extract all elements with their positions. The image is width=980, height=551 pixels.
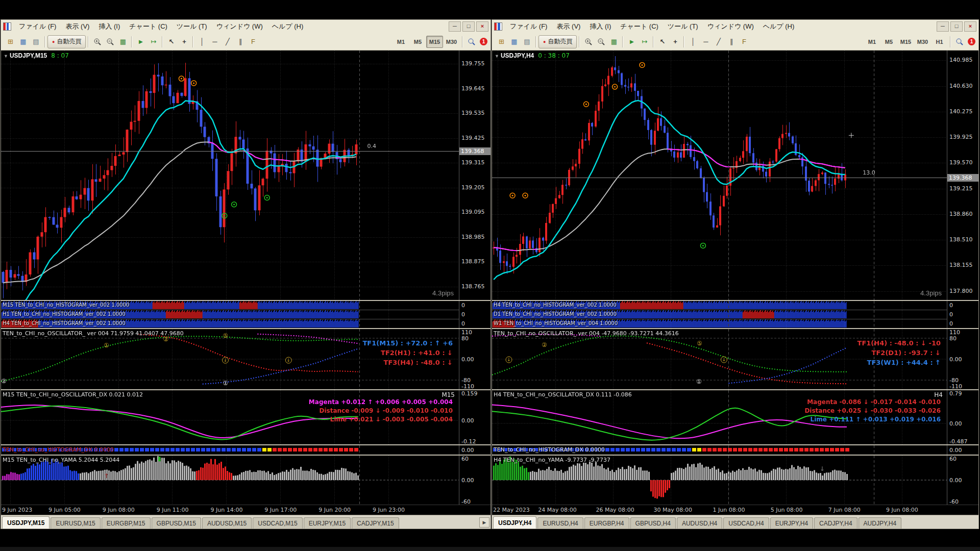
oscillator-panel[interactable]: 110800.00-80-110TEN_to_CHI_no_OSCILLATOR… xyxy=(492,329,978,389)
tab-gbpusd-m15[interactable]: GBPUSD,M15 xyxy=(152,517,201,529)
oscillator-panel-price-scale[interactable]: 110800.00-80-110 xyxy=(947,329,978,389)
menu-help[interactable]: ヘルプ (H) xyxy=(267,20,308,33)
tab-cadjpy-m15[interactable]: CADJPY,M15 xyxy=(352,517,399,529)
histogram-rows-price-scale[interactable]: 000 xyxy=(947,301,978,328)
histogram-rows[interactable]: 000M15 TEN_to_CHI_no_HISTOGRAM_ver_002 1… xyxy=(1,301,491,328)
tab-usdjpy-h4[interactable]: USDJPY,H4 xyxy=(493,516,536,529)
main-chart-price-scale[interactable]: 140.985140.630140.275139.925139.570139.2… xyxy=(947,51,978,300)
trendline-icon[interactable]: ╱ xyxy=(221,36,234,48)
equidistant-channel-icon[interactable]: ∥ xyxy=(725,36,738,48)
notification-badge[interactable]: 1 xyxy=(968,38,975,45)
menu-view[interactable]: 表示 (V) xyxy=(552,20,585,33)
vertical-line-icon[interactable]: │ xyxy=(195,36,208,48)
tab-eurgbp-m15[interactable]: EURGBP,M15 xyxy=(102,517,151,529)
tab-audjpy-h4[interactable]: AUDJPY,H4 xyxy=(859,517,901,529)
new-chart-icon[interactable]: ⊞ xyxy=(495,36,508,48)
search-icon[interactable] xyxy=(465,36,478,48)
time-axis[interactable]: 22 May 202324 May 08:0026 May 08:0030 Ma… xyxy=(492,505,978,515)
histogram-dx-strip-price-scale[interactable]: 0.00 xyxy=(947,445,978,455)
timeframe-m5-button[interactable]: M5 xyxy=(880,36,897,48)
yama-panel[interactable]: 600.00-60M15 TEN_to_CHI_no_YAMA 5.2044 5… xyxy=(1,456,491,505)
main-chart-price-scale[interactable]: 139.755139.645139.535139.425139.315139.2… xyxy=(459,51,491,300)
yama-panel-price-scale[interactable]: 600.00-60 xyxy=(459,456,491,505)
histogram-rows-price-scale[interactable]: 000 xyxy=(459,301,491,328)
timeframe-m1-button[interactable]: M1 xyxy=(864,36,880,48)
timeframe-m1-button[interactable]: M1 xyxy=(393,36,409,48)
menu-insert[interactable]: 挿入 (I) xyxy=(94,20,125,33)
tab-eurusd-h4[interactable]: EURUSD,H4 xyxy=(537,517,583,529)
timeframe-m5-button[interactable]: M5 xyxy=(409,36,426,48)
fibonacci-icon[interactable]: F xyxy=(247,36,259,48)
menu-file[interactable]: ファイル (F) xyxy=(14,20,61,33)
oscillator-dx-panel[interactable]: 0.1590.00-0.12M15 TEN_to_CHI_no_OSCILLAT… xyxy=(1,390,491,444)
minimize-button[interactable]: ─ xyxy=(937,21,949,32)
tab-eurjpy-m15[interactable]: EURJPY,M15 xyxy=(304,517,351,529)
tab-gbpusd-h4[interactable]: GBPUSD,H4 xyxy=(630,517,676,529)
oscillator-panel[interactable]: 110800.00-80-110TEN_to_CHI_no_OSCILLATOR… xyxy=(1,329,491,389)
histogram-rows[interactable]: 000H4 TEN_to_CHI_no_HISTOGRAM_ver_002 1.… xyxy=(492,301,978,328)
menu-chart[interactable]: チャート (C) xyxy=(616,20,663,33)
tab-eurgbp-h4[interactable]: EURGBP,H4 xyxy=(584,517,629,529)
time-axis[interactable]: 9 Jun 20239 Jun 05:009 Jun 08:009 Jun 11… xyxy=(1,505,491,515)
vertical-line-icon[interactable]: │ xyxy=(687,36,699,48)
new-chart-icon[interactable]: ⊞ xyxy=(4,36,17,48)
search-icon[interactable] xyxy=(953,36,966,48)
cursor-icon[interactable]: ↖ xyxy=(656,36,669,48)
yama-panel[interactable]: 600.00-60H4 TEN_to_CHI_no_YAMA -9.7737 -… xyxy=(492,456,978,505)
restore-button[interactable]: □ xyxy=(462,21,475,32)
auto-scroll-icon[interactable]: ► xyxy=(134,36,147,48)
zoom-in-icon[interactable] xyxy=(582,36,595,48)
auto-scroll-icon[interactable]: ► xyxy=(625,36,638,48)
auto-trade-button[interactable]: ●自動売買 xyxy=(47,35,86,48)
zoom-out-icon[interactable] xyxy=(104,36,116,48)
timeframe-m15-button[interactable]: M15 xyxy=(897,36,914,48)
chart-shift-icon[interactable]: ↦ xyxy=(638,36,651,48)
main-chart[interactable]: 140.985140.630140.275139.925139.570139.2… xyxy=(492,51,978,300)
minimize-button[interactable]: ─ xyxy=(449,21,461,32)
menu-chart[interactable]: チャート (C) xyxy=(125,20,172,33)
market-watch-icon[interactable]: ▤ xyxy=(521,36,533,48)
tab-scroll-right-button[interactable]: ▶ xyxy=(479,517,489,528)
yama-panel-price-scale[interactable]: 600.00-60 xyxy=(947,456,978,505)
oscillator-dx-panel-price-scale[interactable]: 0.790.00-0.487 xyxy=(947,390,978,444)
tab-cadjpy-h4[interactable]: CADJPY,H4 xyxy=(814,517,857,529)
tab-usdcad-m15[interactable]: USDCAD,M15 xyxy=(253,517,302,529)
menu-view[interactable]: 表示 (V) xyxy=(61,20,94,33)
auto-trade-button[interactable]: ●自動売買 xyxy=(538,35,577,48)
chevron-down-icon[interactable]: ▼ xyxy=(4,54,8,59)
tab-audusd-m15[interactable]: AUDUSD,M15 xyxy=(202,517,252,529)
oscillator-dx-panel-price-scale[interactable]: 0.1590.00-0.12 xyxy=(459,390,491,444)
timeframe-h1-button[interactable]: H1 xyxy=(931,36,948,48)
crosshair-icon[interactable]: + xyxy=(178,36,190,48)
timeframe-m30-button[interactable]: M30 xyxy=(914,36,931,48)
tab-usdcad-h4[interactable]: USDCAD,H4 xyxy=(723,517,769,529)
histogram-dx-strip[interactable]: 0.00TEN_to_CHI_no_HISTOGRAM_DX 0.0000 xyxy=(492,445,978,455)
menu-file[interactable]: ファイル (F) xyxy=(505,20,552,33)
profiles-icon[interactable]: ▦ xyxy=(508,36,521,48)
menu-help[interactable]: ヘルプ (H) xyxy=(758,20,799,33)
chart-shift-icon[interactable]: ↦ xyxy=(147,36,160,48)
equidistant-channel-icon[interactable]: ∥ xyxy=(234,36,247,48)
tile-windows-icon[interactable]: ▦ xyxy=(116,36,129,48)
zoom-in-icon[interactable] xyxy=(91,36,104,48)
cursor-icon[interactable]: ↖ xyxy=(165,36,178,48)
oscillator-panel-price-scale[interactable]: 110800.00-80-110 xyxy=(459,329,491,389)
timeframe-m30-button[interactable]: M30 xyxy=(443,36,460,48)
trendline-icon[interactable]: ╱ xyxy=(712,36,725,48)
close-button[interactable]: × xyxy=(964,21,976,32)
horizontal-line-icon[interactable]: ─ xyxy=(699,36,712,48)
main-chart[interactable]: 139.755139.645139.535139.425139.315139.2… xyxy=(1,51,491,300)
histogram-dx-strip[interactable]: 0.00TEN_to_CHI_no_HISTOGRAM_DX 0.0000 xyxy=(1,445,491,455)
tile-windows-icon[interactable]: ▦ xyxy=(607,36,620,48)
fibonacci-icon[interactable]: F xyxy=(738,36,750,48)
horizontal-line-icon[interactable]: ─ xyxy=(208,36,221,48)
tab-eurjpy-h4[interactable]: EURJPY,H4 xyxy=(770,517,813,529)
crosshair-icon[interactable]: + xyxy=(669,36,681,48)
menu-insert[interactable]: 挿入 (I) xyxy=(585,20,616,33)
tab-eurusd-m15[interactable]: EURUSD,M15 xyxy=(51,517,100,529)
menu-tools[interactable]: ツール (T) xyxy=(663,20,703,33)
market-watch-icon[interactable]: ▤ xyxy=(30,36,42,48)
menu-tools[interactable]: ツール (T) xyxy=(172,20,212,33)
chevron-down-icon[interactable]: ▼ xyxy=(495,54,499,59)
close-button[interactable]: × xyxy=(476,21,488,32)
